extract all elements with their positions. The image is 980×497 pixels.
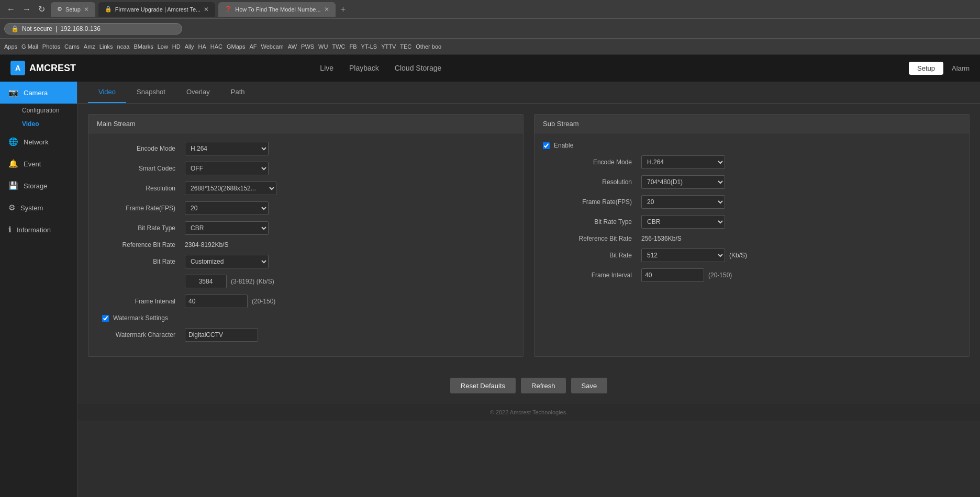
- bookmark-gmaps[interactable]: GMaps: [227, 43, 245, 50]
- sidebar-item-camera[interactable]: 📷 Camera: [0, 82, 77, 104]
- watermark-settings-label: Watermark Settings: [113, 314, 168, 322]
- tab-favicon: 🔒: [105, 6, 112, 13]
- bookmark-ha[interactable]: HA: [198, 43, 206, 50]
- bookmark-low[interactable]: Low: [158, 43, 168, 50]
- frame-rate-row: Frame Rate(FPS) 20 15 10: [97, 201, 515, 215]
- sidebar-item-storage[interactable]: 💾 Storage: [0, 175, 77, 197]
- frame-interval-range: (20-150): [252, 298, 275, 305]
- sub-resolution-select[interactable]: 704*480(D1) 352*240(CIF): [641, 175, 725, 189]
- bookmark-webcam[interactable]: Webcam: [261, 43, 284, 50]
- watermark-settings-row: Watermark Settings: [102, 314, 515, 322]
- app-header: A AMCREST Live Playback Cloud Storage Se…: [0, 54, 980, 82]
- frame-rate-select[interactable]: 20 15 10: [185, 201, 269, 215]
- refresh-button[interactable]: Refresh: [521, 378, 566, 393]
- content-area: Video Snapshot Overlay Path Main Stream …: [77, 82, 980, 497]
- bookmark-links[interactable]: Links: [99, 43, 113, 50]
- bookmark-bmarks[interactable]: BMarks: [133, 43, 153, 50]
- reload-button[interactable]: ↻: [36, 3, 48, 15]
- bookmark-amz[interactable]: Amz: [84, 43, 95, 50]
- bookmark-cams[interactable]: Cams: [64, 43, 80, 50]
- sub-frame-interval-range: (20-150): [708, 272, 732, 279]
- sidebar-item-event[interactable]: 🔔 Event: [0, 153, 77, 175]
- bit-rate-row: Bit Rate Customized 512 1024 2048 4096: [97, 255, 515, 268]
- bookmark-pws[interactable]: PWS: [301, 43, 314, 50]
- sub-frame-rate-select[interactable]: 20 15 10: [641, 195, 725, 209]
- tab-close-icon[interactable]: ✕: [324, 6, 329, 13]
- smart-codec-label: Smart Codec: [97, 165, 181, 172]
- sidebar-item-information[interactable]: ℹ Information: [0, 219, 77, 241]
- bit-rate-type-row: Bit Rate Type CBR VBR: [97, 221, 515, 235]
- watermark-char-input[interactable]: [185, 328, 258, 342]
- tab-path[interactable]: Path: [220, 82, 255, 103]
- bookmark-other[interactable]: Other boo: [416, 43, 441, 50]
- frame-interval-input[interactable]: [185, 295, 248, 308]
- tab-video[interactable]: Video: [88, 82, 126, 103]
- bookmark-gmail[interactable]: G Mail: [21, 43, 38, 50]
- bit-rate-select[interactable]: Customized 512 1024 2048 4096: [185, 255, 269, 268]
- resolution-select[interactable]: 2688*1520(2688x152... 1920*1080 1280*720: [185, 182, 276, 195]
- forward-button[interactable]: →: [20, 3, 34, 15]
- bookmark-ncaa[interactable]: ncaa: [117, 43, 130, 50]
- sub-bit-rate-type-select[interactable]: CBR VBR: [641, 215, 725, 229]
- watermark-checkbox[interactable]: [102, 315, 109, 322]
- bookmark-tec[interactable]: TEC: [400, 43, 411, 50]
- tab-close-icon[interactable]: ✕: [84, 6, 89, 13]
- bookmark-twc[interactable]: TWC: [332, 43, 345, 50]
- main-layout: 📷 Camera Configuration Video 🌐 Network 🔔…: [0, 82, 980, 497]
- sidebar-label-camera: Camera: [24, 89, 48, 97]
- footer-text: © 2022 Amcrest Technologies.: [490, 409, 568, 415]
- sidebar-item-network[interactable]: 🌐 Network: [0, 131, 77, 153]
- browser-tab-firmware[interactable]: 🔒 Firmware Upgrade | Amcrest Te... ✕: [98, 2, 215, 17]
- bookmark-ytls[interactable]: YT-LS: [361, 43, 377, 50]
- sub-reference-bit-rate-label: Reference Bit Rate: [543, 235, 637, 242]
- encode-mode-row: Encode Mode H.264 H.265 MJPEG: [97, 142, 515, 155]
- bookmark-photos[interactable]: Photos: [42, 43, 60, 50]
- address-text: |: [55, 25, 57, 32]
- sub-bit-rate-row: Bit Rate 512 256 1024 (Kb/S): [543, 249, 961, 262]
- reset-defaults-button[interactable]: Reset Defaults: [450, 378, 516, 393]
- sub-stream-header: Sub Stream: [534, 115, 969, 133]
- sidebar-sub-video[interactable]: Video: [0, 117, 77, 131]
- bookmark-hac[interactable]: HAC: [210, 43, 222, 50]
- bookmark-apps[interactable]: Apps: [4, 43, 17, 50]
- tab-overlay[interactable]: Overlay: [176, 82, 220, 103]
- system-icon: ⚙: [8, 203, 15, 212]
- bookmark-af[interactable]: AF: [249, 43, 257, 50]
- nav-playback[interactable]: Playback: [349, 64, 379, 72]
- alarm-link[interactable]: Alarm: [952, 64, 970, 72]
- event-icon: 🔔: [8, 159, 18, 168]
- back-button[interactable]: ←: [4, 3, 18, 15]
- sidebar-sub-configuration[interactable]: Configuration: [0, 104, 77, 117]
- bit-rate-label: Bit Rate: [97, 258, 181, 265]
- address-bar[interactable]: 🔒 Not secure | 192.168.0.136: [4, 23, 182, 35]
- bit-rate-custom-input[interactable]: [185, 275, 227, 288]
- bit-rate-type-select[interactable]: CBR VBR: [185, 221, 269, 235]
- bookmark-fb[interactable]: FB: [349, 43, 357, 50]
- sub-frame-interval-input[interactable]: [641, 268, 704, 282]
- bookmark-yttv[interactable]: YTTV: [381, 43, 396, 50]
- bookmark-ally[interactable]: Ally: [185, 43, 194, 50]
- setup-button[interactable]: Setup: [909, 62, 943, 75]
- camera-icon: 📷: [8, 88, 18, 97]
- tab-snapshot[interactable]: Snapshot: [126, 82, 176, 103]
- address-url: 192.168.0.136: [60, 25, 101, 32]
- address-bar-row: 🔒 Not secure | 192.168.0.136: [0, 19, 980, 39]
- nav-cloud-storage[interactable]: Cloud Storage: [395, 64, 442, 72]
- resolution-row: Resolution 2688*1520(2688x152... 1920*10…: [97, 182, 515, 195]
- sub-stream-title: Sub Stream: [543, 120, 579, 128]
- encode-mode-select[interactable]: H.264 H.265 MJPEG: [185, 142, 269, 155]
- save-button[interactable]: Save: [571, 378, 608, 393]
- sub-stream-enable-checkbox[interactable]: [543, 142, 550, 149]
- browser-tab-howto[interactable]: ❓ How To Find The Model Numbe... ✕: [218, 2, 335, 17]
- smart-codec-select[interactable]: OFF ON: [185, 162, 269, 175]
- sub-encode-mode-select[interactable]: H.264 H.265: [641, 155, 725, 169]
- tab-close-icon[interactable]: ✕: [204, 6, 209, 13]
- bookmark-hd[interactable]: HD: [172, 43, 181, 50]
- browser-tab-setup[interactable]: ⚙ Setup ✕: [51, 2, 95, 17]
- bookmark-wu[interactable]: WU: [318, 43, 328, 50]
- sidebar-item-system[interactable]: ⚙ System: [0, 197, 77, 219]
- new-tab-button[interactable]: +: [341, 5, 346, 14]
- nav-live[interactable]: Live: [320, 64, 333, 72]
- sub-bit-rate-select[interactable]: 512 256 1024: [641, 249, 725, 262]
- bookmark-aw[interactable]: AW: [288, 43, 297, 50]
